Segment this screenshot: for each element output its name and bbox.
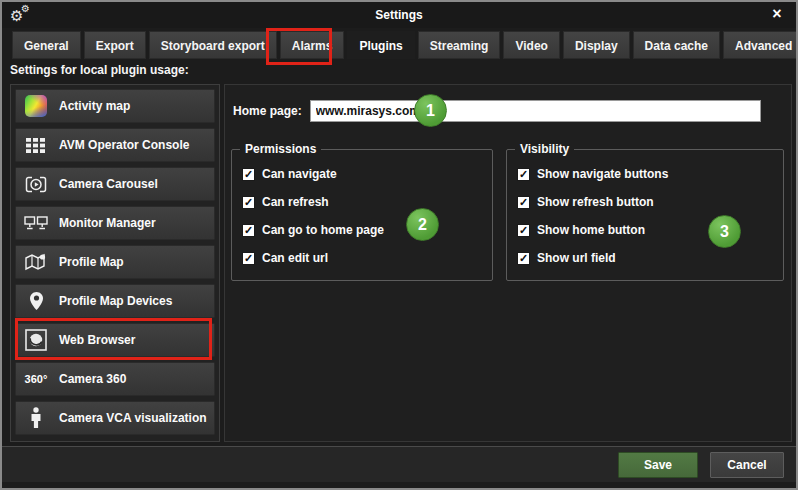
can-navigate-checkbox[interactable]: ✓ — [242, 168, 255, 181]
show-url-checkbox[interactable]: ✓ — [517, 252, 530, 265]
avm-operator-console-icon — [22, 132, 50, 158]
sidebar-item-label: Profile Map Devices — [59, 294, 172, 308]
sidebar-item-label: Camera Carousel — [59, 177, 158, 191]
home-page-row: Home page: — [233, 99, 761, 123]
plugin-usage-header: Settings for local plugin usage: — [10, 63, 189, 77]
monitor-manager-icon — [22, 210, 50, 236]
tab-bar: General Export Storyboard export Alarms … — [12, 31, 792, 59]
camera-vca-icon — [22, 405, 50, 431]
option-label: Can edit url — [262, 251, 328, 265]
show-navigate-checkbox[interactable]: ✓ — [517, 168, 530, 181]
tab-general[interactable]: General — [12, 31, 81, 59]
sidebar-item-monitor-manager[interactable]: Monitor Manager — [15, 206, 215, 240]
save-button[interactable]: Save — [618, 452, 698, 478]
close-icon[interactable]: × — [768, 5, 786, 23]
sidebar-item-label: Activity map — [59, 99, 130, 113]
option-label: Can go to home page — [262, 223, 384, 237]
sidebar-item-label: AVM Operator Console — [59, 138, 189, 152]
option-label: Can refresh — [262, 195, 329, 209]
sidebar-item-camera-vca-visualization[interactable]: Camera VCA visualization — [15, 401, 215, 435]
can-edit-url-checkbox[interactable]: ✓ — [242, 252, 255, 265]
option-can-edit-url: ✓ Can edit url — [242, 244, 492, 272]
show-home-checkbox[interactable]: ✓ — [517, 224, 530, 237]
option-label: Show home button — [537, 223, 645, 237]
option-show-url-field: ✓ Show url field — [517, 244, 783, 272]
option-can-refresh: ✓ Can refresh — [242, 188, 492, 216]
option-label: Show url field — [537, 251, 616, 265]
show-refresh-checkbox[interactable]: ✓ — [517, 196, 530, 209]
web-browser-icon — [22, 327, 50, 353]
sidebar-item-profile-map-devices[interactable]: Profile Map Devices — [15, 284, 215, 318]
tab-advanced[interactable]: Advanced — [723, 31, 798, 59]
camera-carousel-icon — [22, 171, 50, 197]
tab-export[interactable]: Export — [84, 31, 146, 59]
sidebar-item-label: Profile Map — [59, 255, 124, 269]
sidebar-item-camera-360[interactable]: 360° Camera 360 — [15, 362, 215, 396]
window-title: Settings — [2, 2, 796, 28]
tab-storyboard-export[interactable]: Storyboard export — [149, 31, 277, 59]
option-label: Can navigate — [262, 167, 337, 181]
sidebar-item-activity-map[interactable]: Activity map — [15, 89, 215, 123]
sidebar-item-avm-operator-console[interactable]: AVM Operator Console — [15, 128, 215, 162]
sidebar-item-label: Camera VCA visualization — [59, 411, 207, 425]
option-can-navigate: ✓ Can navigate — [242, 160, 492, 188]
option-label: Show navigate buttons — [537, 167, 668, 181]
tab-data-cache[interactable]: Data cache — [633, 31, 720, 59]
option-can-go-to-home-page: ✓ Can go to home page — [242, 216, 492, 244]
option-show-refresh-button: ✓ Show refresh button — [517, 188, 783, 216]
camera-360-icon: 360° — [22, 366, 50, 392]
visibility-title: Visibility — [515, 142, 574, 156]
title-bar: ⚙ ⚙ Settings × — [2, 2, 796, 28]
tab-video[interactable]: Video — [503, 31, 559, 59]
sidebar-item-label: Monitor Manager — [59, 216, 156, 230]
sidebar-item-web-browser[interactable]: Web Browser — [15, 323, 215, 357]
sidebar-item-label: Camera 360 — [59, 372, 126, 386]
sidebar-item-label: Web Browser — [59, 333, 135, 347]
option-label: Show refresh button — [537, 195, 654, 209]
option-show-home-button: ✓ Show home button — [517, 216, 783, 244]
tab-streaming[interactable]: Streaming — [418, 31, 501, 59]
tab-plugins[interactable]: Plugins — [347, 31, 414, 59]
option-groups: Permissions ✓ Can navigate ✓ Can refresh… — [231, 141, 784, 281]
cancel-button[interactable]: Cancel — [710, 452, 784, 478]
profile-map-devices-icon — [22, 288, 50, 314]
sidebar-item-profile-map[interactable]: Profile Map — [15, 245, 215, 279]
can-go-home-checkbox[interactable]: ✓ — [242, 224, 255, 237]
can-refresh-checkbox[interactable]: ✓ — [242, 196, 255, 209]
tab-display[interactable]: Display — [563, 31, 630, 59]
profile-map-icon — [22, 249, 50, 275]
plugin-sidebar: Activity map AVM Operator Console — [10, 84, 220, 442]
permissions-group: Permissions ✓ Can navigate ✓ Can refresh… — [231, 149, 493, 281]
sidebar-item-camera-carousel[interactable]: Camera Carousel — [15, 167, 215, 201]
permissions-title: Permissions — [240, 142, 321, 156]
visibility-group: Visibility ✓ Show navigate buttons ✓ Sho… — [506, 149, 784, 281]
settings-window: ⚙ ⚙ Settings × General Export Storyboard… — [0, 0, 798, 490]
plugin-settings-panel: Home page: Permissions ✓ Can navigate ✓ … — [224, 84, 792, 442]
home-page-label: Home page: — [233, 104, 302, 118]
activity-map-icon — [22, 93, 50, 119]
option-show-navigate-buttons: ✓ Show navigate buttons — [517, 160, 783, 188]
home-page-input[interactable] — [310, 100, 761, 122]
footer-bar: Save Cancel — [2, 446, 796, 482]
tab-alarms[interactable]: Alarms — [280, 31, 345, 59]
